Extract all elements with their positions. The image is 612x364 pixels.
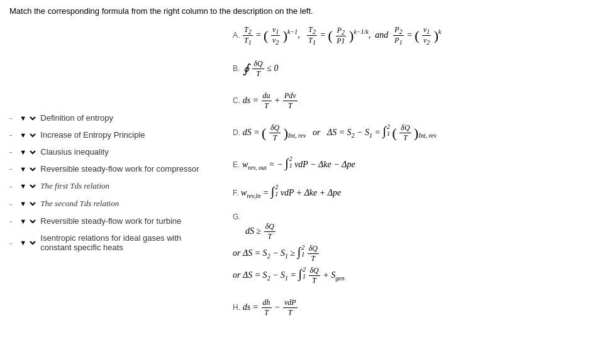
item-label-clausius: Clausius inequality — [40, 147, 108, 157]
dash: - — [9, 199, 12, 209]
dash: - — [9, 130, 12, 140]
formula-F-math: wrev,ln = ∫ 21 vdP + Δke + Δpe — [241, 188, 341, 197]
dash: - — [9, 216, 12, 226]
list-item: - ▼ Definition of entropy — [9, 113, 211, 123]
dropdown-rev-turbine[interactable]: ▼ — [16, 217, 38, 226]
dash: - — [9, 238, 12, 248]
formula-C: C. ds = duT + PdvT — [230, 91, 603, 111]
list-item: - ▼ The first Tds relation — [9, 181, 211, 191]
formula-C-label: C. — [233, 96, 240, 105]
dash: - — [9, 147, 12, 157]
dropdown-first-tds[interactable]: ▼ — [16, 182, 38, 190]
formula-B-math: ∮ δQT ≤ 0 — [242, 63, 278, 73]
formula-D-label: D. — [233, 128, 240, 137]
dropdown-isentropic[interactable]: ▼ — [16, 238, 38, 247]
item-label-second-tds: The second Tds relation — [40, 199, 119, 209]
item-label-def-entropy: Definition of entropy — [40, 113, 113, 123]
dash: - — [9, 113, 12, 123]
formula-G: G. dS ≥ δQT or ΔS = S2 − S1 ≥ ∫ 21 δQT o… — [230, 212, 603, 286]
right-column: A. T2T1 = ( v1v2 )k−1, T2T1 = ( P2P1 )k−… — [217, 25, 603, 330]
formula-G-label: G. — [233, 212, 241, 221]
formula-D: D. dS = ( δQT )Int, rev or ΔS = S2 − S1 … — [230, 123, 603, 143]
list-item: - ▼ Reversible steady-flow work for turb… — [9, 216, 211, 226]
formula-C-math: ds = duT + PdvT — [243, 96, 298, 105]
formula-B: B. ∮ δQT ≤ 0 — [230, 59, 603, 79]
list-item: - ▼ Reversible steady-flow work for comp… — [9, 164, 211, 174]
formula-G-math: dS ≥ δQT or ΔS = S2 − S1 ≥ ∫ 21 δQT or Δ… — [233, 222, 603, 286]
list-item: - ▼ Isentropic relations for ideal gases… — [9, 233, 211, 252]
formula-H: H. ds = dhT − vdPT — [230, 298, 603, 317]
item-label-rev-compressor: Reversible steady-flow work for compress… — [40, 164, 199, 174]
formula-A-math: T2T1 = ( v1v2 )k−1, T2T1 = ( P2P1 )k−1/k… — [242, 30, 442, 40]
list-item: - ▼ Increase of Entropy Principle — [9, 130, 211, 140]
formula-H-label: H. — [233, 303, 240, 312]
formula-D-math: dS = ( δQT )Int, rev or ΔS = S2 − S1 = ∫… — [243, 128, 437, 137]
formula-E-label: E. — [233, 160, 240, 169]
dash: - — [9, 164, 12, 174]
dash: - — [9, 182, 12, 191]
formula-H-math: ds = dhT − vdPT — [243, 302, 298, 312]
formula-F-label: F. — [233, 189, 238, 197]
dropdown-def-entropy[interactable]: ▼ — [16, 114, 38, 123]
formula-A-label: A. — [233, 31, 240, 40]
list-item: - ▼ Clausius inequality — [9, 147, 211, 157]
formula-B-label: B. — [233, 64, 240, 73]
left-column: - ▼ Definition of entropy - ▼ Increase o… — [9, 25, 211, 330]
item-label-rev-turbine: Reversible steady-flow work for turbine — [40, 216, 181, 226]
dropdown-increase-entropy[interactable]: ▼ — [16, 131, 38, 140]
instructions: Match the corresponding formula from the… — [9, 6, 603, 16]
item-label-increase-entropy: Increase of Entropy Principle — [40, 130, 145, 140]
dropdown-rev-compressor[interactable]: ▼ — [16, 165, 38, 174]
dropdown-clausius[interactable]: ▼ — [16, 148, 38, 157]
item-label-first-tds: The first Tds relation — [40, 181, 109, 191]
dropdown-second-tds[interactable]: ▼ — [16, 199, 38, 208]
formula-E: E. wrev, out = − ∫ 21 vdP − Δke − Δpe — [230, 155, 603, 171]
list-item: - ▼ The second Tds relation — [9, 199, 211, 209]
item-label-isentropic: Isentropic relations for ideal gases wit… — [40, 233, 211, 252]
formula-A: A. T2T1 = ( v1v2 )k−1, T2T1 = ( P2P1 )k−… — [230, 25, 603, 47]
formula-F: F. wrev,ln = ∫ 21 vdP + Δke + Δpe — [230, 184, 603, 199]
formula-E-math: wrev, out = − ∫ 21 vdP − Δke − Δpe — [242, 160, 355, 169]
